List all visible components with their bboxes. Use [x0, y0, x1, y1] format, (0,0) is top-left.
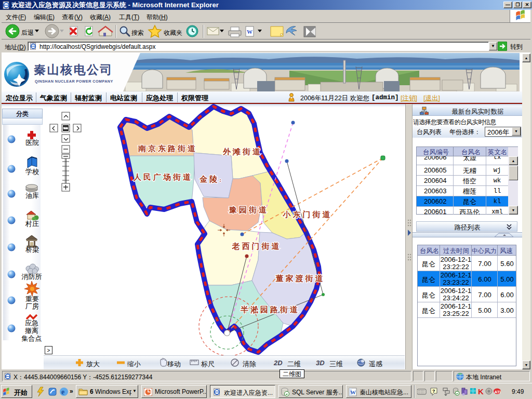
svg-text:金陵:: 金陵: — [199, 175, 223, 183]
svg-text:老西门街道: 老西门街道 — [232, 242, 282, 250]
svg-text:豫园街道: 豫园街道 — [229, 206, 269, 214]
svg-text:e: e — [61, 388, 64, 396]
svg-text:小东门街道: 小东门街道 — [283, 210, 332, 219]
svg-text:人民广场街道: 人民广场街道 — [133, 173, 193, 181]
svg-text:3D: 3D — [316, 359, 325, 367]
svg-text:W: W — [247, 29, 252, 35]
svg-text:ATI: ATI — [495, 390, 501, 394]
svg-text:?: ? — [432, 389, 435, 394]
svg-text:南京东路街道: 南京东路街道 — [138, 144, 197, 153]
svg-text:董家渡街道: 董家渡街道 — [276, 274, 325, 283]
svg-text:半淞园路街道: 半淞园路街道 — [240, 305, 300, 314]
svg-text:外滩街道: 外滩街道 — [222, 148, 262, 156]
svg-text:W: W — [350, 389, 356, 395]
svg-text:K: K — [478, 387, 484, 396]
svg-text:2D: 2D — [273, 359, 283, 367]
